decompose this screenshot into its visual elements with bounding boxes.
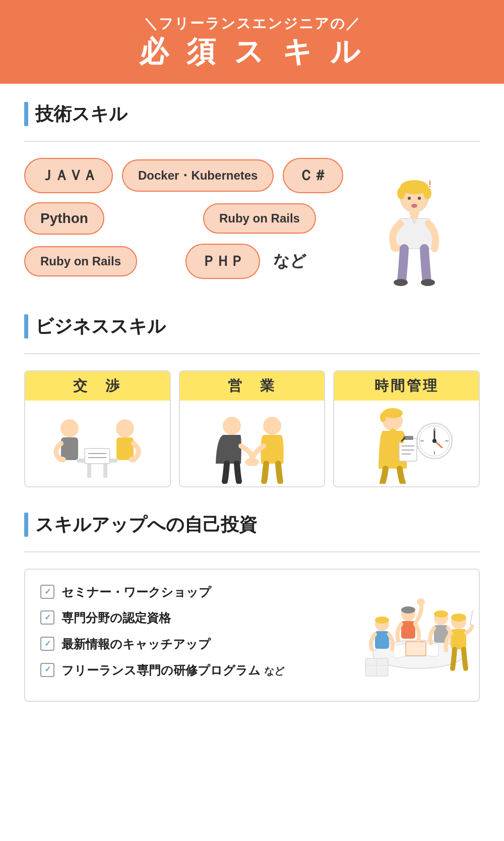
investment-item-1: セミナー・ワークショップ [40, 584, 353, 601]
svg-point-24 [223, 417, 241, 435]
header-subtitle: ＼フリーランスエンジニアの／ [10, 14, 494, 33]
person-illustration: ! [379, 178, 450, 279]
investment-item-1-text: セミナー・ワークショップ [61, 584, 211, 601]
section-bar-investment [24, 513, 28, 537]
sales-illustration [180, 401, 325, 486]
svg-point-60 [451, 613, 466, 622]
svg-rect-48 [406, 642, 426, 656]
business-card-negotiation-label: 交 渉 [25, 371, 170, 401]
investment-item-4-text: フリーランス専門の研修プログラム など [61, 662, 284, 679]
svg-point-25 [263, 417, 281, 435]
svg-point-55 [417, 598, 425, 605]
business-skills-title: ビジネススキル [35, 314, 166, 339]
svg-rect-19 [85, 448, 110, 464]
business-card-timemanagement: 時間管理 [333, 370, 480, 487]
svg-point-10 [394, 279, 408, 286]
business-cards-container: 交 渉 [24, 370, 480, 487]
svg-point-2 [397, 187, 405, 199]
svg-point-4 [408, 197, 411, 200]
svg-point-9 [391, 244, 401, 252]
tech-tag-ruby-on-rails-1: Ruby on Rails [203, 203, 316, 234]
business-card-sales-label: 営 業 [180, 371, 325, 401]
investment-item-2: 専門分野の認定資格 [40, 609, 353, 627]
svg-point-15 [60, 419, 79, 437]
svg-point-38 [380, 412, 386, 422]
main-content: 技術スキル ＪＡＶＡ Docker・Kubernetes Ｃ＃ Python R… [0, 84, 504, 737]
investment-item-4: フリーランス専門の研修プログラム など [40, 662, 353, 679]
check-icon-3 [40, 637, 54, 651]
tech-tag-python: Python [24, 202, 104, 235]
investment-list: セミナー・ワークショップ 専門分野の認定資格 最新情報のキャッチアップ フリーラ… [40, 584, 353, 679]
tech-tag-csharp: Ｃ＃ [283, 158, 343, 193]
tech-skills-title: 技術スキル [35, 102, 128, 127]
investment-area: スキルアップへの自己投資 セミナー・ワークショップ 専門分野の認定資格 最新情報… [24, 513, 480, 702]
tech-tag-php: ＰＨＰ [185, 244, 260, 279]
tech-tag-docker: Docker・Kubernetes [122, 159, 274, 192]
svg-point-57 [434, 610, 448, 618]
tech-skills-area: ＪＡＶＡ Docker・Kubernetes Ｃ＃ Python Ruby on… [24, 158, 480, 289]
negotiation-illustration [25, 401, 170, 486]
header: ＼フリーランスエンジニアの／ 必 須 ス キ ル [0, 0, 504, 84]
svg-point-5 [418, 197, 421, 200]
svg-rect-13 [87, 463, 91, 478]
investment-title: スキルアップへの自己投資 [35, 513, 257, 537]
business-skills-heading: ビジネススキル [24, 314, 480, 339]
svg-point-22 [58, 457, 66, 463]
investment-heading: スキルアップへの自己投資 [24, 513, 480, 537]
business-card-timemanagement-label: 時間管理 [334, 371, 479, 401]
check-icon-1 [40, 585, 54, 599]
timemanagement-illustration [334, 401, 479, 486]
tech-divider [24, 141, 480, 142]
svg-rect-61 [451, 629, 466, 649]
tech-tag-ruby-on-rails-2: Ruby on Rails [24, 246, 137, 276]
investment-divider [24, 551, 480, 552]
svg-rect-14 [103, 463, 107, 478]
svg-point-50 [375, 616, 389, 624]
business-skills-area: ビジネススキル 交 渉 [24, 314, 480, 487]
business-card-negotiation: 交 渉 [24, 370, 171, 487]
group-illustration [363, 584, 464, 687]
investment-item-3-text: 最新情報のキャッチアップ [61, 636, 211, 653]
svg-rect-62 [470, 610, 474, 626]
svg-point-23 [129, 457, 137, 463]
svg-rect-18 [116, 437, 134, 460]
section-bar-tech [24, 102, 28, 126]
header-title: 必 須 ス キ ル [10, 35, 494, 68]
svg-rect-54 [401, 621, 415, 639]
section-bar-business [24, 314, 28, 339]
investment-item-3: 最新情報のキャッチアップ [40, 636, 353, 653]
svg-point-6 [411, 204, 417, 208]
svg-rect-51 [375, 631, 389, 649]
check-icon-2 [40, 610, 54, 625]
svg-point-17 [116, 419, 134, 437]
svg-point-53 [401, 606, 415, 613]
svg-point-11 [421, 279, 435, 286]
svg-rect-8 [410, 211, 418, 219]
business-card-sales: 営 業 [179, 370, 326, 487]
svg-rect-16 [61, 437, 78, 460]
investment-item-2-text: 専門分野の認定資格 [61, 609, 171, 627]
svg-point-26 [245, 458, 259, 466]
svg-text:!: ! [428, 179, 431, 189]
investment-box: セミナー・ワークショップ 専門分野の認定資格 最新情報のキャッチアップ フリーラ… [24, 569, 480, 702]
nado-tech: など [273, 250, 306, 272]
check-icon-4 [40, 663, 54, 677]
tech-skills-heading: 技術スキル [24, 102, 480, 127]
svg-point-31 [432, 439, 436, 443]
tech-tag-java: ＪＡＶＡ [24, 158, 113, 193]
business-divider [24, 353, 480, 354]
